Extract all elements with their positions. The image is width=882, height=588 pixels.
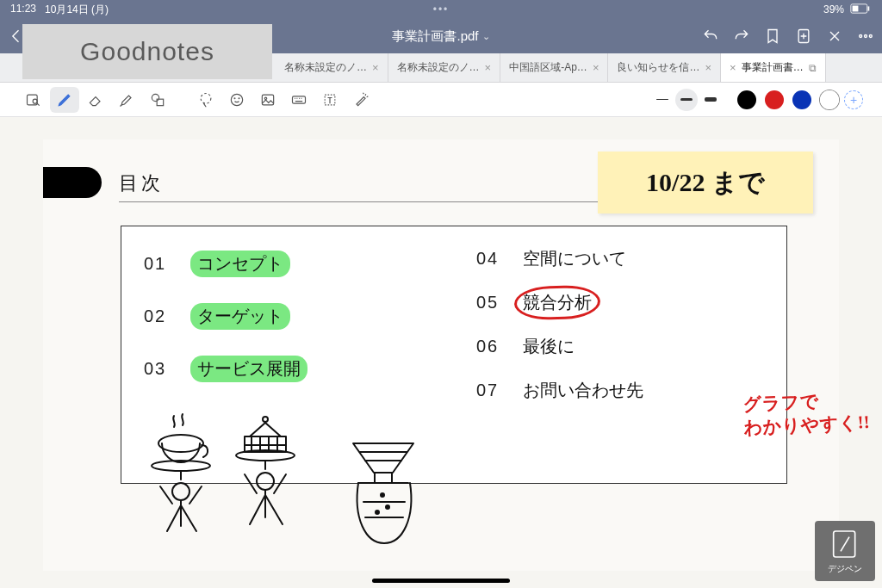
handwritten-annotation: グラフで わかりやすく!!	[742, 387, 882, 441]
watermark-badge: デジペン	[815, 521, 875, 581]
add-page-button[interactable]	[794, 27, 813, 46]
svg-point-26	[263, 417, 268, 422]
pen-tool[interactable]	[50, 87, 79, 113]
toc-item-04: 04 空間について	[476, 247, 764, 270]
svg-rect-1	[853, 5, 859, 11]
color-red[interactable]	[765, 90, 784, 109]
toc-label: サービス展開	[190, 356, 307, 382]
svg-point-25	[172, 483, 189, 500]
tab-goodnews[interactable]: 良い知らせを信…×	[608, 53, 721, 82]
battery-icon	[849, 3, 872, 16]
laser-tool[interactable]	[346, 87, 376, 113]
page-paper: 目次 10/22 まで 01 コンセプト 02 ターゲット 03	[43, 139, 839, 571]
page-black-tab	[43, 167, 102, 198]
color-white[interactable]	[820, 90, 839, 109]
more-button[interactable]	[856, 27, 875, 46]
bookmark-button[interactable]	[763, 27, 782, 46]
editing-toolbar: +	[0, 83, 882, 117]
tab-label: 名称未設定のノ…	[397, 60, 480, 75]
tab-open-icon[interactable]: ⧉	[809, 62, 817, 74]
toc-item-02: 02 ターゲット	[144, 303, 432, 330]
toc-item-07: 07 お問い合わせ先	[476, 379, 764, 402]
close-icon[interactable]: ×	[372, 61, 379, 74]
svg-point-18	[239, 97, 239, 98]
redo-button[interactable]	[732, 27, 751, 46]
tab-business-plan[interactable]: × 事業計画書… ⧉	[721, 53, 826, 82]
eraser-tool[interactable]	[81, 87, 110, 113]
toc-item-06: 06 最後に	[476, 335, 764, 358]
toc-num: 02	[144, 306, 175, 326]
lasso-tool[interactable]	[191, 87, 220, 113]
document-title[interactable]: 事業計画書.pdf	[392, 28, 478, 45]
sticky-note-text: 10/22 まで	[646, 165, 765, 201]
svg-point-8	[860, 35, 862, 38]
highlighter-tool[interactable]	[112, 87, 141, 113]
app-name-text: Goodnotes	[80, 37, 214, 66]
text-tool[interactable]	[315, 87, 345, 113]
toc-label: コンセプト	[190, 251, 290, 277]
sticker-tool[interactable]	[222, 87, 252, 113]
document-canvas[interactable]: 目次 10/22 まで 01 コンセプト 02 ターゲット 03	[0, 117, 882, 588]
toc-num: 03	[144, 359, 175, 379]
tab-label: 良い知らせを信…	[617, 60, 699, 75]
svg-point-9	[865, 35, 867, 38]
close-icon[interactable]: ×	[593, 61, 599, 74]
stroke-medium[interactable]	[675, 89, 698, 111]
home-indicator[interactable]	[372, 579, 510, 583]
tab-chinese[interactable]: 中国語区域-Ap…×	[500, 53, 608, 82]
undo-button[interactable]	[701, 27, 720, 46]
svg-point-13	[152, 94, 158, 101]
toc-item-05: 05 競合分析	[476, 291, 764, 314]
image-tool[interactable]	[253, 87, 283, 113]
svg-point-16	[231, 94, 242, 105]
svg-rect-19	[262, 95, 273, 105]
tab-untitled-2[interactable]: 名称未設定のノ…×	[388, 53, 501, 82]
svg-point-23	[158, 435, 203, 452]
svg-point-32	[376, 511, 379, 514]
svg-point-30	[381, 493, 384, 497]
color-blue[interactable]	[792, 90, 811, 109]
sticky-note[interactable]: 10/22 まで	[598, 152, 813, 214]
color-black[interactable]	[737, 90, 756, 109]
app-name-overlay: Goodnotes	[22, 24, 272, 79]
svg-point-10	[869, 35, 872, 38]
watermark-text: デジペン	[828, 563, 862, 575]
keyboard-tool[interactable]	[284, 87, 314, 113]
toc-num: 06	[476, 337, 507, 356]
multitask-dots[interactable]: •••	[433, 3, 450, 15]
status-time: 11:23	[10, 3, 36, 17]
svg-point-15	[201, 93, 211, 103]
toc-label: ターゲット	[190, 303, 290, 330]
tab-label: 名称未設定のノ…	[284, 60, 367, 75]
tab-label: 事業計画書…	[742, 60, 804, 75]
toc-label-circled: 競合分析	[523, 291, 592, 314]
tab-label: 中国語区域-Ap…	[509, 60, 587, 75]
toc-label: 空間について	[523, 247, 626, 270]
close-icon[interactable]: ×	[485, 61, 492, 74]
svg-rect-21	[293, 96, 306, 102]
svg-point-17	[234, 97, 235, 98]
toc-num: 05	[476, 293, 507, 313]
status-date: 10月14日 (月)	[45, 3, 109, 17]
close-edit-button[interactable]	[825, 27, 844, 46]
ipad-status-bar: 11:23 10月14日 (月) ••• 39%	[0, 0, 882, 19]
toc-num: 07	[476, 381, 507, 400]
decorative-sketch	[138, 411, 500, 566]
toc-item-01: 01 コンセプト	[144, 251, 432, 277]
status-battery: 39%	[823, 3, 844, 15]
tab-untitled-1[interactable]: 名称未設定のノ…×	[276, 53, 388, 82]
toc-item-03: 03 サービス展開	[144, 356, 432, 382]
toc-heading: 目次	[119, 170, 164, 196]
chevron-down-icon[interactable]: ⌄	[482, 31, 490, 42]
svg-point-29	[257, 473, 274, 490]
close-icon[interactable]: ×	[705, 61, 711, 74]
stroke-thin[interactable]	[651, 89, 674, 111]
toc-num: 01	[144, 254, 175, 274]
close-icon[interactable]: ×	[730, 61, 736, 74]
shape-tool[interactable]	[143, 87, 172, 113]
zoom-tool[interactable]	[19, 87, 48, 113]
svg-rect-2	[868, 6, 870, 10]
add-color-button[interactable]: +	[844, 90, 863, 109]
stroke-thick[interactable]	[699, 89, 722, 111]
toc-col-right: 04 空間について 05 競合分析 06 最後に 07 お問い合わせ先	[454, 226, 786, 483]
